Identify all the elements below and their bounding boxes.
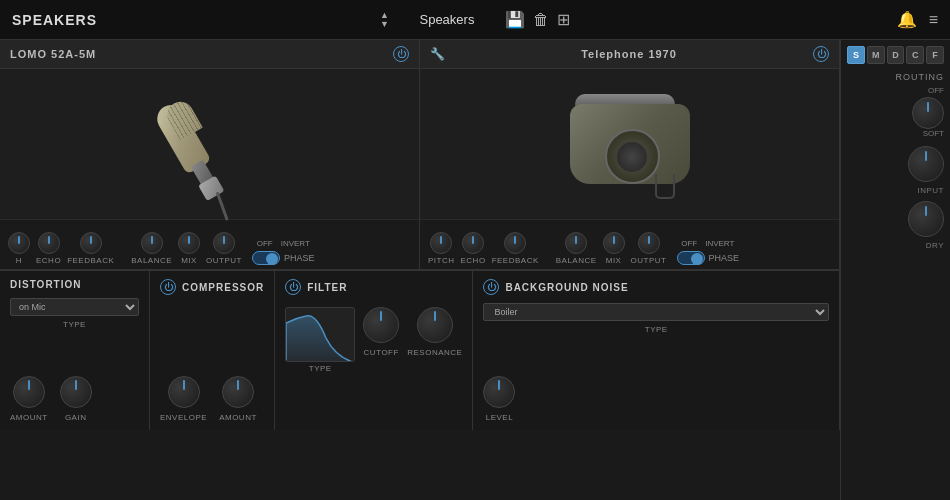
knob-mix2[interactable] <box>603 232 625 254</box>
delete-icon[interactable]: 🗑 <box>533 11 549 29</box>
background-noise-type-dropdown[interactable]: Boiler <box>483 303 829 321</box>
tab-d[interactable]: D <box>887 46 905 64</box>
knob-group-balance1: BALANCE <box>131 232 172 265</box>
filter-cutoff-group: CUTOFF <box>363 307 399 357</box>
preset-name: Speakers <box>397 12 497 27</box>
compressor-title: COMPRESSOR <box>182 282 264 293</box>
instrument-1-image <box>0 69 419 219</box>
distortion-amount-knob[interactable] <box>13 376 45 408</box>
telephone-cord <box>655 174 675 199</box>
knob-group-output2: OUTPUT <box>631 232 667 265</box>
instrument-2-image <box>420 69 839 219</box>
compressor-power[interactable]: ⏻ <box>160 279 176 295</box>
filter-resonance-group: RESONANCE <box>407 307 462 357</box>
instrument-slot-2: 🔧 Telephone 1970 ⏻ <box>420 40 840 269</box>
distortion-type-dropdown[interactable]: on Mic <box>10 298 139 316</box>
header-right: 🔔 ≡ <box>897 10 938 29</box>
phase-labels2: OFF INVERT <box>681 239 734 248</box>
knob-balance1[interactable] <box>141 232 163 254</box>
compressor-knobs: ENVELOPE AMOUNT <box>160 323 264 422</box>
telephone-visual <box>565 89 695 199</box>
knob-output2[interactable] <box>638 232 660 254</box>
knob-group-h: H <box>8 232 30 265</box>
instrument-1-controls: H ECHO FEEDBACK BALANCE <box>0 219 419 269</box>
distortion-title: DISTORTION <box>10 279 81 290</box>
phase-off-label2: OFF <box>681 239 697 248</box>
filter-resonance-knob[interactable] <box>417 307 453 343</box>
wrench-icon[interactable]: 🔧 <box>430 47 445 61</box>
instrument-1-header: LOMO 52A-5M ⏻ <box>0 40 419 69</box>
compressor-envelope-knob[interactable] <box>168 376 200 408</box>
knob-mix2-label: MIX <box>606 256 622 265</box>
dry-knob[interactable] <box>908 201 944 237</box>
tab-f[interactable]: F <box>926 46 944 64</box>
tab-m[interactable]: M <box>867 46 885 64</box>
mic-cable <box>215 192 228 221</box>
phase-toggle2[interactable] <box>677 251 705 265</box>
phase-off-label1: OFF <box>257 239 273 248</box>
distortion-gain-knob[interactable] <box>60 376 92 408</box>
phase-toggle1[interactable] <box>252 251 280 265</box>
filter-power[interactable]: ⏻ <box>285 279 301 295</box>
filter-header: ⏻ FILTER <box>285 279 462 295</box>
compressor-amount-knob[interactable] <box>222 376 254 408</box>
background-noise-header: ⏻ BACKGROUND NOISE <box>483 279 829 295</box>
compressor-amount-label: AMOUNT <box>219 413 257 422</box>
filter-cutoff-knob[interactable] <box>363 307 399 343</box>
phase-invert-label2: INVERT <box>705 239 734 248</box>
header-center: ▲ ▼ Speakers 💾 🗑 ⊞ <box>380 10 570 29</box>
knob-mix1-label: MIX <box>181 256 197 265</box>
tab-c[interactable]: C <box>906 46 924 64</box>
knob-feedback2-label: FEEDBACK <box>492 256 539 265</box>
input-knob[interactable] <box>908 146 944 182</box>
knob-group-echo1: ECHO <box>36 232 61 265</box>
phase-label2: PHASE <box>709 253 740 263</box>
knob-output1[interactable] <box>213 232 235 254</box>
background-noise-level-knob[interactable] <box>483 376 515 408</box>
app-title: SPEAKERS <box>12 12 97 28</box>
phase-toggle-knob2 <box>691 253 703 265</box>
tab-row: S M D C F <box>847 46 944 64</box>
knob-echo2-label: ECHO <box>461 256 486 265</box>
tab-s[interactable]: S <box>847 46 865 64</box>
grid-icon[interactable]: ⊞ <box>557 10 570 29</box>
compressor-amount-group: AMOUNT <box>219 376 257 422</box>
knob-group-echo2: ECHO <box>461 232 486 265</box>
knob-pitch2[interactable] <box>430 232 452 254</box>
filter-knobs: TYPE CUTOFF RESONANCE <box>285 307 462 373</box>
knob-echo2[interactable] <box>462 232 484 254</box>
knob-mix1[interactable] <box>178 232 200 254</box>
knob-h[interactable] <box>8 232 30 254</box>
background-noise-knobs: LEVEL <box>483 344 829 422</box>
menu-icon[interactable]: ≡ <box>929 11 938 29</box>
knob-group-balance2: BALANCE <box>556 232 597 265</box>
filter-type-visual[interactable] <box>285 307 355 362</box>
knob-balance2-label: BALANCE <box>556 256 597 265</box>
background-noise-power[interactable]: ⏻ <box>483 279 499 295</box>
instrument-2-header: 🔧 Telephone 1970 ⏻ <box>420 40 839 69</box>
off-label: OFF <box>928 86 944 95</box>
knob-echo1[interactable] <box>38 232 60 254</box>
instrument-slot-1: LOMO 52A-5M ⏻ <box>0 40 420 269</box>
knob-balance2[interactable] <box>565 232 587 254</box>
sidebar-knob-1[interactable] <box>912 97 944 129</box>
background-noise-level-group: LEVEL <box>483 376 515 422</box>
distortion-gain-group: GAIN <box>60 376 92 422</box>
background-noise-title: BACKGROUND NOISE <box>505 282 628 293</box>
telephone-body <box>570 104 690 184</box>
filter-type-label: TYPE <box>309 364 332 373</box>
instruments-row: LOMO 52A-5M ⏻ <box>0 40 840 270</box>
header: SPEAKERS ▲ ▼ Speakers 💾 🗑 ⊞ 🔔 ≡ <box>0 0 950 40</box>
save-icon[interactable]: 💾 <box>505 10 525 29</box>
knob-feedback1[interactable] <box>80 232 102 254</box>
notification-icon[interactable]: 🔔 <box>897 10 917 29</box>
routing-label: ROUTING <box>847 72 944 82</box>
instrument-2-power[interactable]: ⏻ <box>813 46 829 62</box>
instrument-1-power[interactable]: ⏻ <box>393 46 409 62</box>
background-noise-section: ⏻ BACKGROUND NOISE Boiler TYPE LEVEL <box>473 271 840 430</box>
mic-grill <box>162 97 202 140</box>
knob-feedback2[interactable] <box>504 232 526 254</box>
distortion-amount-group: AMOUNT <box>10 376 48 422</box>
knob-group-feedback1: FEEDBACK <box>67 232 114 265</box>
preset-arrows[interactable]: ▲ ▼ <box>380 11 389 29</box>
